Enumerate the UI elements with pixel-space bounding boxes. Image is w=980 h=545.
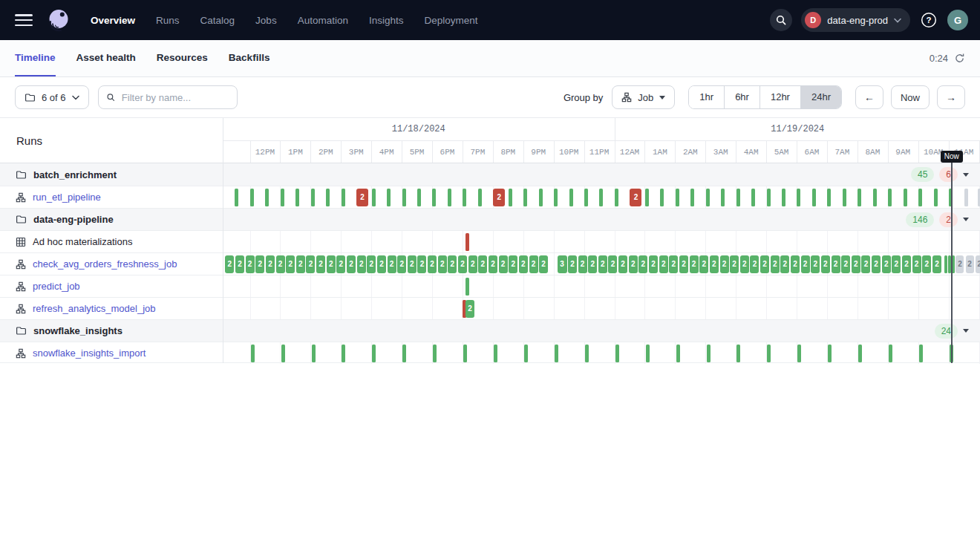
run-marker[interactable] (250, 189, 254, 206)
range-6hr[interactable]: 6hr (724, 86, 760, 108)
run-marker[interactable] (706, 189, 710, 206)
run-marker[interactable] (676, 345, 680, 362)
run-marker[interactable] (402, 189, 406, 206)
run-marker[interactable]: 2 (852, 255, 860, 273)
run-marker[interactable] (494, 345, 497, 362)
run-marker[interactable] (736, 189, 740, 206)
run-marker[interactable]: 2 (499, 255, 508, 273)
run-marker[interactable]: 2 (367, 255, 376, 273)
run-marker[interactable]: 2 (397, 255, 406, 273)
run-marker[interactable] (372, 189, 376, 206)
run-marker[interactable] (645, 189, 649, 206)
run-marker[interactable]: 2 (750, 255, 759, 273)
run-marker[interactable] (509, 189, 512, 206)
nav-insights[interactable]: Insights (359, 15, 414, 26)
run-marker[interactable]: 2 (529, 255, 538, 273)
run-marker[interactable]: 2 (832, 255, 840, 273)
run-marker[interactable]: 2 (932, 255, 941, 273)
run-marker[interactable]: 2 (801, 255, 810, 273)
run-marker[interactable]: 2 (976, 255, 980, 273)
run-marker[interactable] (615, 189, 618, 206)
run-marker[interactable]: 2 (578, 255, 587, 273)
run-marker[interactable]: 2 (740, 255, 749, 273)
run-marker[interactable] (539, 189, 543, 206)
run-marker[interactable] (463, 189, 466, 206)
run-marker[interactable]: 2 (659, 255, 668, 273)
run-marker[interactable] (554, 189, 558, 206)
tab-resources[interactable]: Resources (157, 40, 208, 76)
run-marker[interactable]: 2 (225, 255, 234, 273)
run-marker[interactable] (466, 278, 469, 296)
run-marker[interactable]: 3 (558, 255, 567, 273)
tab-asset-health[interactable]: Asset health (76, 40, 136, 76)
run-marker[interactable]: 2 (710, 255, 719, 273)
run-marker[interactable]: 2 (377, 255, 386, 273)
run-marker[interactable]: 2 (956, 255, 964, 273)
page-forward-button[interactable]: → (937, 85, 965, 109)
row-label[interactable]: refresh_analytics_model_job (33, 303, 155, 314)
range-12hr[interactable]: 12hr (760, 86, 800, 108)
run-marker[interactable] (767, 189, 771, 206)
run-marker[interactable] (797, 189, 800, 206)
refresh-icon[interactable] (954, 53, 965, 64)
run-marker[interactable]: 2 (478, 255, 487, 273)
run-marker[interactable]: 2 (771, 255, 780, 273)
run-marker[interactable] (448, 189, 451, 206)
run-marker[interactable] (599, 189, 603, 206)
run-marker[interactable]: 2 (608, 255, 617, 273)
run-marker[interactable] (944, 255, 947, 273)
run-marker[interactable]: 2 (519, 255, 528, 273)
run-marker[interactable]: 2 (730, 255, 739, 273)
run-marker[interactable] (615, 345, 619, 362)
run-marker[interactable]: 2 (841, 255, 850, 273)
row-label[interactable]: data-eng-pipeline (33, 214, 114, 225)
run-marker[interactable] (950, 345, 953, 362)
search-icon[interactable] (770, 9, 792, 31)
run-marker[interactable]: 2 (327, 255, 336, 273)
deployment-switcher[interactable]: D data-eng-prod (801, 8, 910, 32)
run-marker[interactable] (463, 345, 467, 362)
run-marker[interactable] (433, 345, 437, 362)
run-marker[interactable] (660, 189, 664, 206)
expand-caret-icon[interactable] (963, 329, 969, 333)
run-marker[interactable] (690, 189, 694, 206)
run-marker[interactable] (295, 189, 299, 206)
run-marker[interactable] (311, 189, 315, 206)
run-marker[interactable] (432, 189, 436, 206)
run-marker[interactable]: 2 (246, 255, 255, 273)
run-marker[interactable]: 2 (509, 255, 517, 273)
run-marker[interactable] (417, 189, 421, 206)
run-marker[interactable] (646, 345, 650, 362)
run-marker[interactable]: 2 (417, 255, 426, 273)
run-marker[interactable] (827, 189, 831, 206)
run-marker[interactable] (918, 189, 922, 206)
run-marker[interactable] (585, 345, 589, 362)
run-marker[interactable]: 2 (466, 300, 474, 318)
run-marker[interactable]: 2 (276, 255, 285, 273)
run-marker[interactable] (949, 189, 953, 206)
run-marker[interactable]: 2 (255, 255, 264, 273)
run-marker[interactable] (721, 189, 725, 206)
run-marker[interactable] (676, 189, 679, 206)
run-marker[interactable] (478, 189, 482, 206)
run-marker[interactable] (251, 345, 255, 362)
run-marker[interactable] (736, 345, 740, 362)
run-marker[interactable]: 2 (872, 255, 881, 273)
run-marker[interactable] (523, 189, 527, 206)
run-marker[interactable] (888, 189, 892, 206)
tab-backfills[interactable]: Backfills (229, 40, 270, 76)
nav-catalog[interactable]: Catalog (190, 15, 246, 26)
run-marker[interactable]: 2 (912, 255, 921, 273)
run-marker[interactable]: 2 (388, 255, 396, 273)
run-marker[interactable]: 2 (266, 255, 275, 273)
run-marker[interactable]: 2 (598, 255, 607, 273)
range-24hr[interactable]: 24hr (800, 86, 841, 108)
run-marker[interactable]: 2 (629, 255, 638, 273)
run-marker[interactable]: 2 (861, 255, 870, 273)
tab-timeline[interactable]: Timeline (15, 40, 56, 76)
run-marker[interactable]: 2 (448, 255, 457, 273)
run-marker[interactable] (843, 189, 846, 206)
group-by-select[interactable]: Job (612, 85, 675, 109)
run-marker[interactable] (889, 345, 892, 362)
run-marker[interactable] (281, 189, 284, 206)
